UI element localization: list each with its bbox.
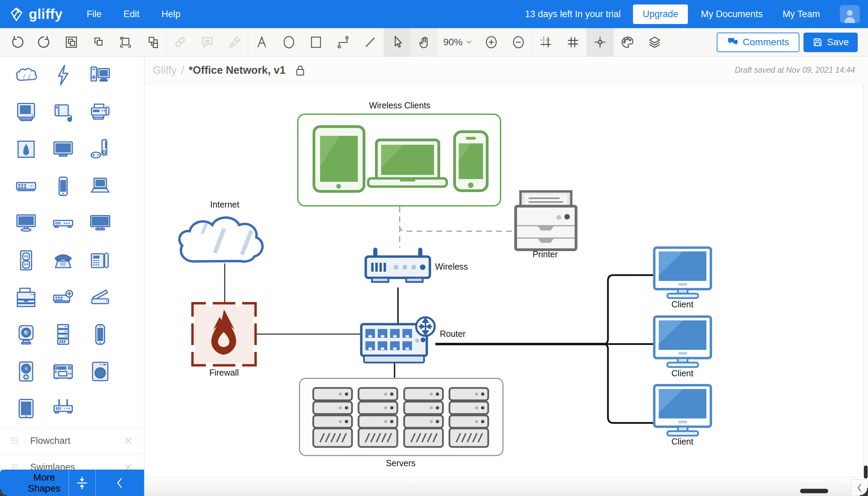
edge-trunk-client-bottom[interactable] — [603, 344, 654, 423]
shape-smartphone[interactable] — [45, 168, 82, 205]
shape-fax-machine[interactable] — [82, 94, 119, 131]
node-client-bottom[interactable]: Client — [654, 385, 711, 446]
label-internet[interactable]: Internet — [210, 200, 239, 209]
text-tool-button[interactable] — [248, 28, 275, 56]
vertical-scrollbar-thumb[interactable] — [864, 465, 868, 479]
guides-button[interactable] — [586, 28, 613, 56]
document-title[interactable]: *Office Network, v1 — [189, 64, 286, 76]
shape-washing-machine[interactable] — [82, 353, 119, 390]
shape-telephone[interactable] — [45, 242, 82, 279]
group-button[interactable] — [58, 28, 85, 56]
sidebar-section-flowchart[interactable]: Flowchart — [0, 427, 144, 454]
vertical-scrollbar-track[interactable] — [863, 84, 868, 479]
shape-monitor[interactable] — [8, 205, 45, 242]
shape-switch-plus[interactable] — [45, 279, 82, 316]
theme-button[interactable] — [614, 28, 641, 56]
shape-widescreen-monitor[interactable] — [82, 205, 119, 242]
shape-cloud[interactable] — [8, 57, 45, 94]
node-firewall[interactable]: Firewall — [190, 300, 258, 377]
collapse-panels-button[interactable] — [69, 470, 95, 496]
menu-file[interactable]: File — [87, 9, 102, 20]
ungroup-button[interactable] — [85, 28, 112, 56]
my-team-link[interactable]: My Team — [783, 9, 820, 20]
send-to-back-button[interactable] — [139, 28, 166, 56]
node-router[interactable] — [361, 317, 435, 363]
shape-network-switch[interactable] — [8, 168, 45, 205]
shape-power-outlet[interactable] — [8, 242, 45, 279]
node-green-laptop[interactable] — [368, 140, 447, 187]
lock-icon[interactable] — [295, 64, 305, 76]
label-wireless-clients[interactable]: Wireless Clients — [369, 101, 430, 110]
my-documents-link[interactable]: My Documents — [701, 9, 763, 20]
undo-button[interactable] — [3, 28, 31, 56]
shape-game-console[interactable] — [82, 131, 119, 168]
line-tool-button[interactable] — [356, 28, 384, 56]
node-printer[interactable]: Printer — [516, 191, 576, 259]
more-shapes-button[interactable]: More Shapes — [0, 470, 69, 496]
diagram-canvas[interactable]: Wireless Clients — [144, 84, 868, 496]
drag-handle-icon[interactable] — [11, 437, 19, 445]
shape-webcam[interactable] — [8, 316, 45, 353]
shape-lightning[interactable] — [45, 57, 82, 94]
label-wireless[interactable]: Wireless — [435, 262, 468, 271]
node-internet-cloud[interactable]: Internet — [179, 200, 262, 261]
menu-edit[interactable]: Edit — [124, 9, 140, 20]
upgrade-button[interactable]: Upgrade — [633, 4, 688, 24]
comment-tool-button[interactable] — [193, 28, 221, 56]
node-green-tablet[interactable] — [314, 127, 364, 191]
shape-external-drive[interactable] — [45, 94, 82, 131]
node-client-middle[interactable]: Client — [654, 317, 711, 378]
node-client-top[interactable]: Client — [654, 248, 711, 309]
sidebar-collapse-button[interactable] — [96, 470, 144, 496]
shape-laptop[interactable] — [82, 168, 119, 205]
ellipse-tool-button[interactable] — [275, 28, 302, 56]
shape-desktop-computer[interactable] — [82, 57, 119, 94]
snap-to-grid-button[interactable] — [532, 28, 559, 56]
comments-button[interactable]: Comments — [717, 33, 799, 52]
shape-flat-tv[interactable] — [45, 131, 82, 168]
layers-button[interactable] — [641, 28, 668, 56]
shape-stereo-receiver[interactable] — [45, 353, 82, 390]
label-firewall[interactable]: Firewall — [209, 368, 239, 377]
shape-server-tower[interactable] — [45, 316, 82, 353]
collapse-right-panel-button[interactable] — [851, 479, 868, 496]
grid-button[interactable] — [559, 28, 586, 56]
shape-tablet[interactable] — [8, 390, 45, 427]
link-button[interactable] — [166, 28, 193, 56]
label-router[interactable]: Router — [440, 329, 466, 339]
node-green-phone[interactable] — [455, 132, 487, 191]
node-wireless-clients-group[interactable]: Wireless Clients — [298, 101, 501, 206]
connector-tool-button[interactable] — [329, 28, 356, 56]
redo-button[interactable] — [31, 28, 58, 56]
menu-help[interactable]: Help — [162, 9, 181, 20]
shape-mobile-phone[interactable] — [82, 316, 119, 353]
label-client-bottom[interactable]: Client — [671, 437, 693, 446]
zoom-in-button[interactable] — [478, 28, 505, 56]
shape-crt-monitor[interactable] — [8, 94, 45, 131]
shape-speaker[interactable] — [8, 353, 45, 390]
breadcrumb-root[interactable]: Gliffy — [153, 64, 177, 76]
close-icon[interactable] — [124, 436, 133, 445]
shape-printer[interactable] — [8, 279, 45, 316]
shape-wireless-router[interactable] — [45, 390, 82, 427]
node-wireless-ap[interactable] — [366, 250, 430, 282]
shape-scanner[interactable] — [82, 279, 119, 316]
pan-tool-button[interactable] — [411, 28, 438, 56]
gliffy-logo[interactable]: gliffy — [9, 6, 63, 22]
label-client-top[interactable]: Client — [671, 299, 693, 309]
pointer-tool-button[interactable] — [384, 28, 411, 56]
format-painter-button[interactable] — [221, 28, 248, 56]
bring-to-front-button[interactable] — [112, 28, 139, 56]
zoom-out-button[interactable] — [505, 28, 532, 56]
horizontal-scrollbar-track[interactable] — [144, 477, 863, 496]
zoom-level-dropdown[interactable]: 90% — [438, 28, 478, 56]
shape-modem[interactable] — [45, 205, 82, 242]
label-servers[interactable]: Servers — [386, 458, 415, 468]
label-printer[interactable]: Printer — [532, 249, 558, 259]
shape-firewall[interactable] — [8, 131, 45, 168]
shape-office-phone[interactable] — [82, 242, 119, 279]
edge-trunk-client-top[interactable] — [603, 275, 654, 344]
user-avatar[interactable] — [840, 5, 860, 23]
horizontal-scrollbar-thumb[interactable] — [800, 489, 828, 493]
edge-wirelessclients-printer-dashed[interactable] — [400, 226, 515, 231]
